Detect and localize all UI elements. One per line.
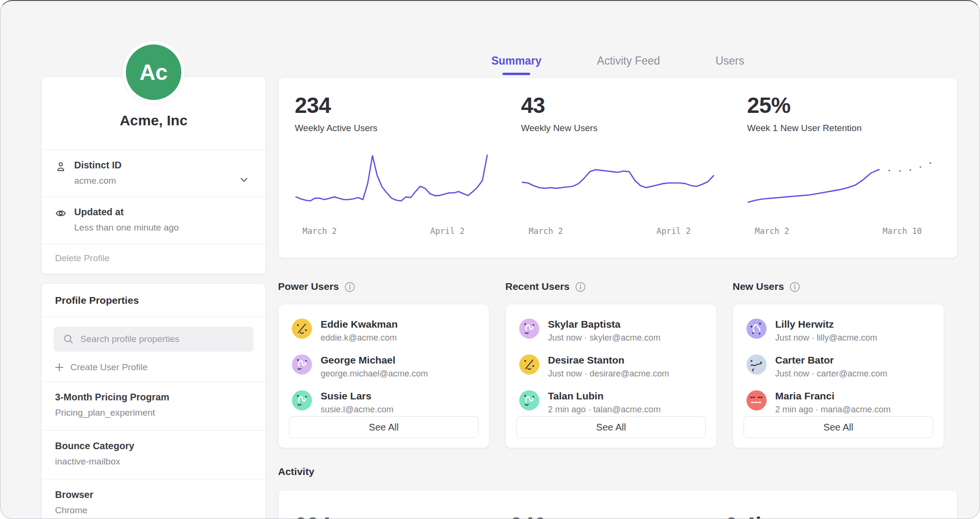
x-tick: April 2	[657, 226, 691, 236]
user-avatar	[519, 354, 539, 375]
stat-value: 234	[295, 92, 489, 118]
user-subtext: susie.l@acme.com	[321, 405, 393, 415]
user-name: Maria Franci	[775, 390, 891, 402]
user-name: George Michael	[321, 354, 428, 366]
stat-weekly-new-users: 43 Weekly New Users March 2 April 2	[505, 92, 731, 258]
new-users-list: Lilly Herwitz Just now · lilly@acme.com …	[746, 319, 930, 415]
x-tick: March 2	[755, 226, 790, 236]
chevron-down-icon[interactable]	[239, 175, 249, 185]
see-all-button[interactable]: See All	[289, 416, 479, 438]
user-list-item[interactable]: Susie Lars susie.l@acme.com	[292, 390, 476, 415]
create-user-profile-button[interactable]: Create User Profile	[55, 362, 252, 373]
row-value: Less than one minute ago	[74, 222, 239, 233]
app-frame: Ac Acme, Inc Distinct ID acme.com	[0, 0, 980, 519]
delete-profile-button[interactable]: Delete Profile	[42, 243, 266, 274]
power-users-list: Eddie Kwakman eddie.k@acme.com George Mi…	[292, 319, 476, 415]
recent-users-title: Recent Users	[505, 281, 569, 292]
user-avatar	[746, 390, 767, 410]
user-avatar	[746, 319, 767, 339]
create-user-profile-label: Create User Profile	[70, 362, 148, 373]
x-tick: March 10	[883, 226, 922, 236]
user-subtext: Just now · skyler@acme.com	[548, 333, 660, 343]
stat-label: Weekly Active Users	[295, 123, 489, 133]
x-tick: April 2	[430, 226, 465, 236]
tab[interactable]: Activity Feed	[596, 55, 661, 75]
stat-value: 25%	[747, 92, 941, 118]
info-icon[interactable]	[345, 282, 355, 292]
user-list-item[interactable]: George Michael george.michael@acme.com	[292, 354, 476, 379]
profile-properties-search[interactable]	[54, 327, 254, 352]
property-value: inactive-mailbox	[55, 456, 252, 467]
user-subtext: eddie.k@acme.com	[321, 333, 398, 343]
user-list-item[interactable]: Skylar Baptista Just now · skyler@acme.c…	[519, 319, 703, 343]
x-tick: March 2	[529, 226, 563, 236]
tab-label: Activity Feed	[597, 55, 660, 67]
user-name: Eddie Kwakman	[321, 319, 398, 330]
row-icon	[55, 161, 67, 172]
new-users-title: New Users	[733, 281, 784, 292]
activity-stat: 234	[295, 512, 510, 519]
weekly-new-users-chart	[521, 147, 715, 219]
weekly-active-users-chart	[295, 147, 489, 219]
row-icon	[55, 208, 67, 219]
user-avatar	[292, 354, 312, 375]
user-avatar	[746, 354, 767, 375]
user-list-item[interactable]: Eddie Kwakman eddie.k@acme.com	[292, 319, 476, 343]
info-icon[interactable]	[790, 282, 800, 292]
company-avatar-initials: Ac	[126, 44, 181, 100]
user-avatar	[292, 390, 312, 410]
user-name: Talan Lubin	[548, 390, 660, 402]
user-subtext: Just now · lilly@acme.com	[775, 333, 877, 343]
profile-property-row[interactable]: 3-Month Pricing Program Pricing_plan_exp…	[42, 381, 266, 430]
user-name: Carter Bator	[775, 354, 887, 366]
profile-id-row: Distinct ID acme.com	[42, 150, 266, 197]
activity-stat: 240	[510, 512, 725, 519]
user-name: Lilly Herwitz	[775, 319, 877, 330]
profile-properties-card: Profile Properties Create User Profile 3…	[41, 283, 266, 519]
recent-users-card: Skylar Baptista Just now · skyler@acme.c…	[505, 304, 717, 448]
activity-title: Activity	[278, 466, 314, 477]
user-subtext: Just now · desirare@acme.com	[548, 369, 669, 379]
screenshot-stage: Ac Acme, Inc Distinct ID acme.com	[0, 0, 980, 519]
user-name: Desirae Stanton	[548, 354, 669, 366]
recent-users-header: Recent Users	[505, 281, 586, 292]
tab-bar: Summary Activity Feed Users	[278, 55, 958, 75]
stat-value: 43	[521, 92, 715, 118]
user-list-item[interactable]: Carter Bator Just now · carter@acme.com	[746, 354, 930, 379]
user-list-item[interactable]: Talan Lubin 2 min ago · talan@acme.com	[519, 390, 703, 415]
search-input[interactable]	[79, 333, 247, 345]
power-users-card: Eddie Kwakman eddie.k@acme.com George Mi…	[278, 304, 490, 448]
activity-card: 234 240 3.4k	[278, 490, 958, 519]
see-all-button[interactable]: See All	[744, 416, 933, 438]
tab[interactable]: Users	[714, 55, 745, 75]
summary-stats-card: 234 Weekly Active Users March 2 April 2 …	[278, 77, 958, 258]
profile-property-row[interactable]: Bounce Category inactive-mailbox	[42, 430, 266, 479]
user-name: Susie Lars	[321, 390, 393, 402]
row-value: acme.com	[74, 176, 239, 186]
row-label: Updated at	[74, 207, 239, 218]
user-list-item[interactable]: Lilly Herwitz Just now · lilly@acme.com	[746, 319, 930, 343]
activity-stat: 3.4k	[725, 512, 941, 519]
tab-label: Users	[715, 55, 744, 67]
profile-properties-list: 3-Month Pricing Program Pricing_plan_exp…	[42, 381, 266, 519]
property-value: Pricing_plan_experiment	[55, 408, 252, 418]
property-name: Bounce Category	[55, 441, 252, 452]
plus-icon	[55, 363, 64, 372]
see-all-button[interactable]: See All	[516, 416, 706, 438]
profile-property-row[interactable]: Browser Chrome	[42, 479, 266, 519]
stat-week1-retention: 25% Week 1 New User Retention March 2 Ma…	[731, 92, 957, 258]
property-name: Browser	[55, 489, 252, 500]
property-value: Chrome	[55, 505, 252, 516]
week1-retention-chart	[747, 147, 941, 219]
power-users-header: Power Users	[278, 281, 355, 292]
row-label: Distinct ID	[74, 160, 239, 171]
info-icon[interactable]	[575, 282, 586, 292]
search-icon	[63, 334, 74, 344]
power-users-title: Power Users	[278, 281, 339, 292]
user-list-item[interactable]: Maria Franci 2 min ago · maria@acme.com	[746, 390, 930, 415]
user-subtext: 2 min ago · maria@acme.com	[775, 405, 891, 415]
user-list-item[interactable]: Desirae Stanton Just now · desirare@acme…	[519, 354, 703, 379]
property-name: 3-Month Pricing Program	[55, 392, 252, 403]
tab[interactable]: Summary	[490, 55, 543, 75]
user-subtext: george.michael@acme.com	[321, 369, 428, 379]
